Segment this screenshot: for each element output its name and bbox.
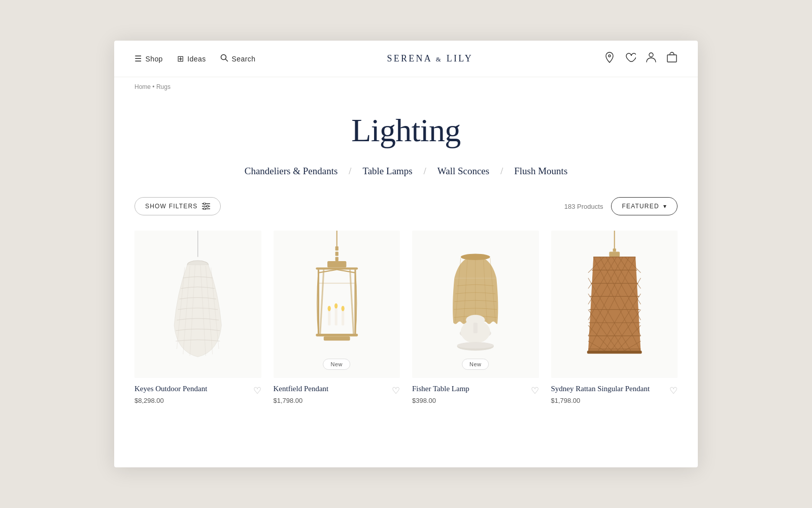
new-badge-fisher: New (462, 359, 489, 370)
wishlist-sydney-icon[interactable]: ♡ (669, 385, 678, 396)
product-card-kentfield[interactable]: New Kentfield Pendant $1,798.00 ♡ (274, 231, 400, 404)
breadcrumb-rugs[interactable]: Rugs (156, 83, 171, 90)
filters-bar: SHOW FILTERS 183 Products FEATURED ▾ (134, 197, 678, 215)
sort-label: FEATURED (622, 203, 659, 210)
svg-line-1 (225, 59, 227, 61)
svg-rect-54 (609, 251, 620, 257)
wishlist-fisher-icon[interactable]: ♡ (531, 385, 539, 396)
cart-icon[interactable] (666, 52, 678, 66)
products-grid: Keyes Outdoor Pendant $8,298.00 ♡ (134, 231, 678, 404)
product-info-keyes: Keyes Outdoor Pendant $8,298.00 ♡ (134, 384, 261, 404)
svg-point-37 (327, 306, 330, 311)
svg-rect-4 (667, 55, 676, 62)
products-count: 183 Products (564, 203, 603, 210)
filters-right: 183 Products FEATURED ▾ (564, 197, 678, 215)
flush-mounts-link[interactable]: Flush Mounts (510, 164, 571, 179)
site-logo[interactable]: SERENA & LILY (387, 53, 473, 64)
svg-line-27 (320, 270, 323, 336)
site-header: ☰ Shop ⊞ Ideas Search SERENA & LILY (114, 41, 698, 77)
category-nav: Chandeliers & Pendants / Table Lamps / W… (134, 164, 678, 179)
menu-icon: ☰ (134, 54, 142, 64)
shop-nav-item[interactable]: ☰ Shop (134, 54, 163, 64)
search-nav-item[interactable]: Search (220, 54, 256, 64)
cat-divider-3: / (500, 166, 503, 177)
show-filters-label: SHOW FILTERS (145, 203, 198, 210)
svg-rect-24 (316, 268, 358, 270)
wishlist-keyes-icon[interactable]: ♡ (253, 385, 261, 396)
svg-point-38 (334, 303, 337, 308)
account-icon[interactable] (646, 52, 656, 66)
svg-point-2 (608, 55, 611, 57)
svg-rect-49 (473, 323, 478, 333)
logo-ampersand: & (436, 55, 443, 63)
svg-rect-35 (334, 307, 337, 325)
product-image-keyes (134, 231, 261, 378)
product-name-keyes: Keyes Outdoor Pendant (134, 384, 249, 394)
browser-window: ☰ Shop ⊞ Ideas Search SERENA & LILY (114, 41, 698, 467)
svg-point-10 (204, 208, 206, 210)
svg-point-51 (457, 342, 494, 348)
product-details-fisher: Fisher Table Lamp $398.00 (412, 384, 527, 404)
product-info-fisher: Fisher Table Lamp $398.00 ♡ (412, 384, 539, 404)
svg-point-45 (461, 254, 490, 260)
svg-rect-33 (323, 336, 350, 340)
header-right (604, 52, 678, 66)
new-badge-kentfield: New (323, 359, 350, 370)
cat-divider-2: / (424, 166, 426, 177)
product-price-keyes: $8,298.00 (134, 397, 249, 404)
product-name-fisher: Fisher Table Lamp (412, 384, 527, 394)
product-price-fisher: $398.00 (412, 397, 527, 404)
svg-rect-36 (342, 309, 344, 325)
main-content: Lighting Chandeliers & Pendants / Table … (114, 97, 698, 467)
svg-rect-34 (328, 309, 330, 325)
product-name-sydney: Sydney Rattan Singular Pendant (551, 384, 666, 394)
breadcrumb-separator: • (152, 83, 156, 90)
product-image-kentfield: New (274, 231, 400, 378)
product-info-sydney: Sydney Rattan Singular Pendant $1,798.00… (551, 384, 678, 404)
svg-line-28 (350, 270, 353, 336)
filters-icon (202, 203, 210, 210)
ideas-nav-label: Ideas (187, 55, 206, 63)
breadcrumb: Home • Rugs (114, 77, 698, 97)
svg-rect-85 (587, 351, 641, 354)
wishlist-kentfield-icon[interactable]: ♡ (392, 385, 400, 396)
product-details-kentfield: Kentfield Pendant $1,798.00 (274, 384, 388, 404)
svg-line-29 (318, 270, 336, 273)
shop-nav-label: Shop (145, 55, 162, 63)
location-icon[interactable] (604, 52, 615, 66)
svg-point-39 (341, 306, 344, 311)
product-price-kentfield: $1,798.00 (274, 397, 388, 404)
page-title: Lighting (134, 112, 678, 149)
product-card-sydney[interactable]: Sydney Rattan Singular Pendant $1,798.00… (551, 231, 678, 404)
wall-sconces-link[interactable]: Wall Sconces (433, 164, 493, 179)
svg-line-30 (336, 270, 355, 273)
product-info-kentfield: Kentfield Pendant $1,798.00 ♡ (274, 384, 400, 404)
svg-rect-32 (316, 334, 358, 336)
sort-button[interactable]: FEATURED ▾ (611, 197, 678, 215)
breadcrumb-home[interactable]: Home (134, 83, 151, 90)
search-icon (220, 54, 228, 64)
product-name-kentfield: Kentfield Pendant (274, 384, 388, 394)
product-card-keyes[interactable]: Keyes Outdoor Pendant $8,298.00 ♡ (134, 231, 261, 404)
product-card-fisher[interactable]: New Fisher Table Lamp $398.00 ♡ (412, 231, 539, 404)
header-left: ☰ Shop ⊞ Ideas Search (134, 54, 255, 64)
svg-rect-21 (335, 251, 338, 256)
svg-point-8 (204, 203, 206, 205)
svg-rect-53 (613, 248, 616, 251)
chandeliers-pendants-link[interactable]: Chandeliers & Pendants (241, 164, 342, 179)
ideas-nav-item[interactable]: ⊞ Ideas (177, 54, 206, 64)
product-price-sydney: $1,798.00 (551, 397, 666, 404)
svg-rect-20 (335, 246, 338, 250)
svg-point-3 (649, 53, 653, 57)
svg-rect-23 (327, 261, 346, 267)
product-image-fisher: New (412, 231, 539, 378)
product-details-sydney: Sydney Rattan Singular Pendant $1,798.00 (551, 384, 666, 404)
product-image-sydney (551, 231, 678, 378)
wishlist-header-icon[interactable] (625, 52, 636, 65)
svg-rect-22 (335, 257, 338, 261)
grid-icon: ⊞ (177, 54, 184, 64)
cat-divider-1: / (349, 166, 351, 177)
svg-point-9 (207, 205, 209, 207)
table-lamps-link[interactable]: Table Lamps (358, 164, 416, 179)
show-filters-button[interactable]: SHOW FILTERS (134, 197, 221, 215)
